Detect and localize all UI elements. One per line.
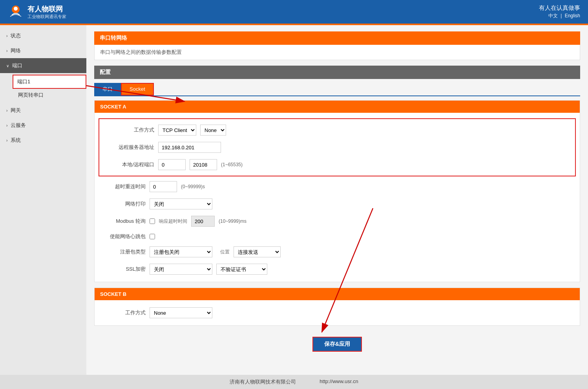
sidebar-item-cloud[interactable]: › 云服务 — [0, 118, 86, 133]
config-tabs: 串口 Socket — [94, 83, 580, 96]
header: 有人物联网 工业物联网通讯专家 有人在认真做事 中文 | English — [0, 0, 588, 24]
ssl-select[interactable]: 关闭 — [150, 264, 212, 275]
local-remote-port-label: 本地/远程端口 — [111, 161, 154, 168]
lang-en[interactable]: English — [565, 13, 580, 18]
reg-packet-row: 注册包类型 注册包关闭 位置 连接发送 — [95, 243, 580, 261]
socket-b-section: SOCKET B 工作方式 None — [94, 288, 580, 326]
serial-net-desc-bar: 串口与网络之间的数据传输参数配置 — [94, 45, 580, 60]
main-content: 串口转网络 串口与网络之间的数据传输参数配置 配置 串口 Socket SOCK… — [86, 25, 588, 375]
heartbeat-label: 使能网络心跳包 — [102, 233, 146, 240]
sidebar-item-status[interactable]: › 状态 — [0, 28, 86, 43]
network-arrow-icon: › — [6, 49, 7, 53]
footer: 济南有人物联网技术有限公司 http://www.usr.cn — [0, 375, 588, 389]
sidebar-sub-port1[interactable]: 端口1 — [13, 75, 86, 89]
sidebar-item-port[interactable]: ∨ 端口 — [0, 58, 86, 73]
socket-a-section: SOCKET A 工作方式 TCP Client None — [94, 100, 580, 282]
reg-packet-label: 注册包类型 — [102, 248, 146, 255]
status-arrow-icon: › — [6, 34, 7, 38]
header-title-block: 有人物联网 工业物联网通讯专家 — [27, 4, 66, 20]
socket-a-highlight-box: 工作方式 TCP Client None 远程服务器地址 — [99, 118, 576, 176]
remote-port-input[interactable] — [190, 159, 217, 170]
modbus-label: Modbus 轮询 — [102, 218, 146, 225]
tab-serial-label: 串口 — [102, 86, 113, 92]
sidebar-item-network[interactable]: › 网络 — [0, 43, 86, 58]
remote-server-label: 远程服务器地址 — [111, 144, 154, 151]
socket-b-work-mode-row: 工作方式 None — [95, 304, 580, 321]
reconnect-input[interactable] — [150, 181, 177, 192]
reg-packet-select[interactable]: 注册包关闭 — [150, 246, 212, 257]
socket-a-title: SOCKET A — [100, 104, 126, 110]
cloud-arrow-icon: › — [6, 123, 7, 128]
heartbeat-checkbox[interactable] — [150, 234, 155, 239]
modbus-timeout-input[interactable] — [191, 216, 215, 227]
socket-b-title-bar: SOCKET B — [95, 288, 580, 300]
modbus-timeout-hint: (10~9999)ms — [219, 218, 247, 224]
local-port-input[interactable] — [158, 159, 186, 170]
sidebar-item-status-label: 状态 — [11, 32, 21, 39]
socket-b-form-body: 工作方式 None — [95, 300, 580, 325]
sidebar-sub-port1-label: 端口1 — [17, 79, 30, 84]
sidebar-item-port-label: 端口 — [12, 62, 22, 69]
system-arrow-icon: › — [6, 138, 7, 143]
config-title-bar: 配置 — [94, 66, 580, 79]
modbus-checkbox[interactable] — [150, 218, 155, 224]
net-print-row: 网络打印 关闭 — [95, 195, 580, 213]
reg-position-label: 位置 — [220, 249, 230, 255]
site-subtitle: 工业物联网通讯专家 — [27, 14, 66, 20]
sidebar-sub-web-port-label: 网页转串口 — [18, 92, 44, 98]
save-button-area: 保存&应用 — [94, 331, 580, 357]
net-print-select[interactable]: 关闭 — [150, 198, 212, 209]
work-mode-select[interactable]: TCP Client — [158, 125, 196, 136]
heartbeat-row: 使能网络心跳包 — [95, 230, 580, 243]
modbus-timeout-label: 响应超时时间 — [159, 218, 187, 225]
sidebar-item-system[interactable]: › 系统 — [0, 133, 86, 148]
reg-position-select[interactable]: 连接发送 — [234, 246, 281, 257]
socket-b-work-mode-select[interactable]: None — [150, 307, 212, 318]
tab-serial[interactable]: 串口 — [94, 83, 121, 95]
sidebar-item-network-label: 网络 — [11, 47, 21, 54]
ssl-label: SSL加密 — [102, 266, 146, 273]
net-print-label: 网络打印 — [102, 200, 146, 207]
work-mode-row: 工作方式 TCP Client None — [103, 121, 571, 139]
site-title: 有人物联网 — [27, 4, 66, 14]
header-lang: 中文 | English — [539, 13, 580, 19]
serial-net-title-bar: 串口转网络 — [94, 31, 580, 45]
work-mode-select2[interactable]: None — [200, 125, 226, 136]
lang-zh[interactable]: 中文 — [548, 13, 558, 18]
socket-b-title: SOCKET B — [100, 291, 126, 297]
header-slogan: 有人在认真做事 — [539, 4, 580, 12]
sidebar-item-cloud-label: 云服务 — [11, 122, 26, 129]
modbus-row: Modbus 轮询 响应超时时间 (10~9999)ms — [95, 213, 580, 230]
sidebar-item-gateway-label: 网关 — [11, 107, 21, 114]
serial-net-title: 串口转网络 — [100, 35, 127, 41]
sidebar: › 状态 › 网络 ∨ 端口 端口1 网页转串口 › 网关 › 云服务 — [0, 25, 86, 375]
svg-point-1 — [14, 7, 18, 11]
sidebar-port-submenu: 端口1 网页转串口 — [0, 73, 86, 103]
lang-separator: | — [561, 13, 562, 18]
tab-socket-label: Socket — [130, 86, 145, 92]
remote-server-row: 远程服务器地址 — [103, 139, 571, 156]
reconnect-hint: (0~99999)s — [181, 184, 205, 189]
reconnect-label: 超时重连时间 — [102, 183, 146, 190]
tab-socket[interactable]: Socket — [121, 83, 154, 95]
ssl-row: SSL加密 关闭 不验证证书 — [95, 261, 580, 278]
config-title: 配置 — [100, 69, 111, 75]
socket-a-form-body: 工作方式 TCP Client None 远程服务器地址 — [95, 113, 580, 282]
header-left: 有人物联网 工业物联网通讯专家 — [8, 4, 66, 20]
gateway-arrow-icon: › — [6, 108, 7, 113]
sidebar-item-gateway[interactable]: › 网关 — [0, 103, 86, 118]
socket-a-title-bar: SOCKET A — [95, 101, 580, 113]
sidebar-item-system-label: 系统 — [11, 137, 21, 144]
serial-net-desc: 串口与网络之间的数据传输参数配置 — [100, 49, 182, 55]
save-apply-button[interactable]: 保存&应用 — [312, 337, 362, 352]
footer-website: http://www.usr.cn — [320, 378, 358, 385]
sidebar-sub-web-port[interactable]: 网页转串口 — [13, 89, 86, 101]
ssl-verify-select[interactable]: 不验证证书 — [216, 264, 267, 275]
port-hint: (1~65535) — [221, 162, 243, 167]
port-row: 本地/远程端口 (1~65535) — [103, 156, 571, 173]
work-mode-label: 工作方式 — [111, 127, 154, 134]
logo-icon — [8, 4, 24, 20]
header-right: 有人在认真做事 中文 | English — [539, 4, 580, 19]
port-arrow-icon: ∨ — [6, 64, 9, 68]
remote-server-input[interactable] — [158, 142, 221, 153]
